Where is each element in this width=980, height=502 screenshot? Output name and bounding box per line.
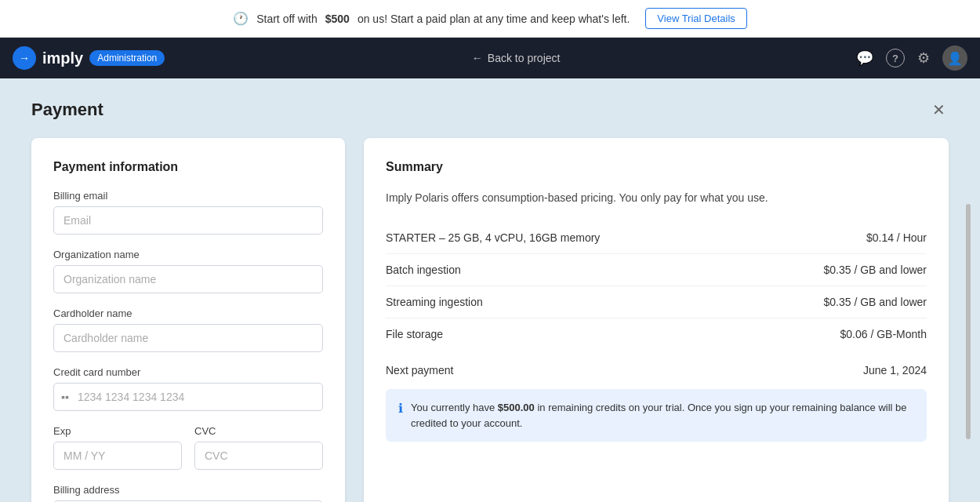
nav-center: ← Back to project <box>176 52 856 64</box>
logo-arrow-icon: → <box>13 46 36 70</box>
back-label: Back to project <box>488 52 561 64</box>
summary-title: Summary <box>386 160 927 174</box>
close-button[interactable]: ✕ <box>929 97 949 122</box>
price-value-starter: $0.14 / Hour <box>866 231 927 244</box>
price-rows: STARTER – 25 GB, 4 vCPU, 16GB memory $0.… <box>386 222 927 350</box>
scrollbar[interactable] <box>966 204 971 439</box>
next-payment-row: Next payment June 1, 2024 <box>386 353 927 376</box>
info-text-pre: You currently have <box>411 402 498 413</box>
user-avatar[interactable]: 👤 <box>942 45 967 71</box>
info-bold-amount: $500.00 <box>498 402 535 413</box>
cvc-label: CVC <box>194 425 323 437</box>
billing-address-group: Billing address <box>53 484 323 502</box>
payment-form-title: Payment information <box>53 160 323 174</box>
view-trial-details-button[interactable]: View Trial Details <box>645 8 746 29</box>
cc-number-input[interactable] <box>53 383 323 411</box>
clock-icon: 🕐 <box>233 11 249 26</box>
page-header: Payment ✕ <box>31 97 949 122</box>
credits-info-text: You currently have $500.00 in remaining … <box>411 400 914 431</box>
billing-email-group: Billing email <box>53 190 323 235</box>
navbar: → imply Administration ← Back to project… <box>0 38 980 78</box>
admin-badge: Administration <box>89 50 165 66</box>
cardholder-name-group: Cardholder name <box>53 307 323 352</box>
credits-info-box: ℹ You currently have $500.00 in remainin… <box>386 389 927 442</box>
logo: → imply Administration <box>13 46 165 70</box>
price-value-batch: $0.35 / GB and lower <box>823 264 927 276</box>
help-icon[interactable]: ? <box>886 49 905 67</box>
org-name-group: Organization name <box>53 249 323 293</box>
back-arrow-icon: ← <box>472 52 483 64</box>
payment-form-card: Payment information Billing email Organi… <box>31 138 345 502</box>
price-row-starter: STARTER – 25 GB, 4 vCPU, 16GB memory $0.… <box>386 222 927 254</box>
org-name-label: Organization name <box>53 249 323 260</box>
summary-description: Imply Polaris offers consumption-based p… <box>386 190 927 206</box>
price-label-storage: File storage <box>386 328 443 340</box>
trial-banner: 🕐 Start off with $500 on us! Start a pai… <box>0 0 980 38</box>
price-row-streaming: Streaming ingestion $0.35 / GB and lower <box>386 286 927 318</box>
cvc-group: CVC <box>194 425 323 470</box>
billing-email-label: Billing email <box>53 190 323 202</box>
cardholder-name-label: Cardholder name <box>53 307 323 319</box>
back-to-project-button[interactable]: ← Back to project <box>472 52 561 64</box>
info-icon: ℹ <box>398 401 403 416</box>
next-payment-label: Next payment <box>386 364 453 376</box>
exp-label: Exp <box>53 425 182 437</box>
cc-number-group: Credit card number ▪▪ <box>53 366 323 411</box>
price-value-storage: $0.06 / GB-Month <box>840 328 927 340</box>
org-name-input[interactable] <box>53 265 323 293</box>
price-row-batch: Batch ingestion $0.35 / GB and lower <box>386 254 927 286</box>
logo-text: imply <box>42 49 83 67</box>
cc-number-label: Credit card number <box>53 366 323 378</box>
next-payment-value: June 1, 2024 <box>863 364 927 376</box>
price-row-storage: File storage $0.06 / GB-Month <box>386 318 927 350</box>
price-label-batch: Batch ingestion <box>386 264 461 276</box>
price-label-starter: STARTER – 25 GB, 4 vCPU, 16GB memory <box>386 231 600 244</box>
price-label-streaming: Streaming ingestion <box>386 296 483 308</box>
cardholder-name-input[interactable] <box>53 324 323 352</box>
banner-text-pre: Start off with <box>256 13 318 25</box>
settings-icon[interactable]: ⚙ <box>917 49 930 67</box>
chat-icon[interactable]: 💬 <box>856 49 873 67</box>
exp-group: Exp <box>53 425 182 470</box>
price-value-streaming: $0.35 / GB and lower <box>823 296 927 308</box>
exp-input[interactable] <box>53 442 182 470</box>
page-title: Payment <box>31 100 103 120</box>
credit-card-icon: ▪▪ <box>61 391 69 403</box>
nav-right: 💬 ? ⚙ 👤 <box>856 45 967 71</box>
cc-input-wrap: ▪▪ <box>53 383 323 411</box>
cvc-input[interactable] <box>194 442 323 470</box>
user-icon: 👤 <box>947 51 963 66</box>
summary-card: Summary Imply Polaris offers consumption… <box>364 138 949 502</box>
main-content: Payment ✕ Payment information Billing em… <box>0 78 980 502</box>
banner-amount: $500 <box>325 13 350 25</box>
billing-address-label: Billing address <box>53 484 323 496</box>
exp-cvc-row: Exp CVC <box>53 425 323 484</box>
banner-text-post: on us! Start a paid plan at any time and… <box>358 13 630 25</box>
two-col-layout: Payment information Billing email Organi… <box>31 138 949 502</box>
billing-email-input[interactable] <box>53 206 323 235</box>
